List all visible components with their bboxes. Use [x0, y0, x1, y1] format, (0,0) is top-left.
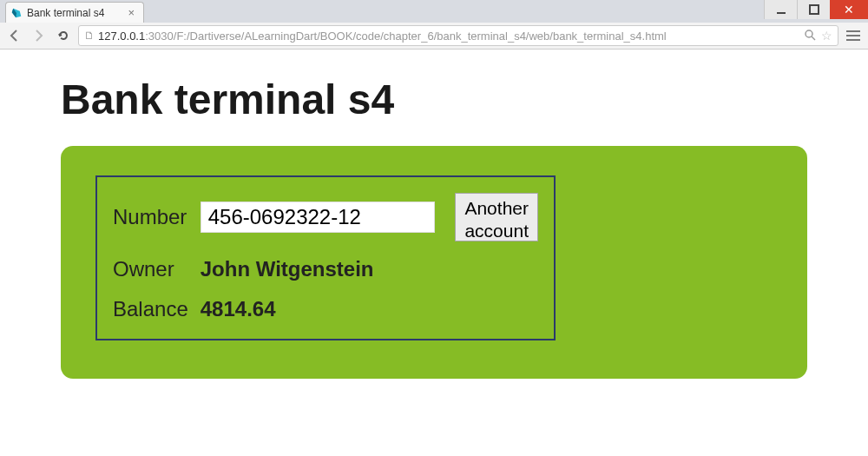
arrow-left-icon [8, 29, 22, 43]
bookmark-star-icon[interactable]: ☆ [821, 29, 832, 43]
address-bar: 🗋 127.0.0.1:3030/F:/Dartiverse/ALearning… [0, 23, 868, 49]
hamburger-menu-button[interactable] [844, 26, 863, 45]
window-close-button[interactable]: ✕ [830, 0, 868, 19]
svg-point-4 [806, 30, 812, 37]
url-text: 127.0.0.1:3030/F:/Dartiverse/ALearningDa… [98, 30, 800, 43]
page-icon: 🗋 [84, 30, 95, 42]
search-icon[interactable] [804, 29, 816, 43]
balance-label: Balance [113, 297, 188, 321]
window-maximize-button[interactable] [797, 0, 830, 19]
button-text-line2: account [464, 221, 529, 241]
page-content: Bank terminal s4 Number Another account … [0, 50, 868, 405]
svg-rect-2 [777, 12, 786, 14]
owner-value: John Witgenstein [201, 257, 538, 281]
page-title: Bank terminal s4 [61, 76, 807, 123]
tab-title: Bank terminal s4 [27, 7, 104, 19]
browser-tab[interactable]: Bank terminal s4 × [5, 2, 144, 23]
tab-bar: Bank terminal s4 × ✕ [0, 0, 868, 23]
back-button[interactable] [5, 26, 24, 45]
window-minimize-button[interactable] [764, 0, 797, 19]
reload-icon [56, 29, 70, 43]
forward-button[interactable] [30, 26, 49, 45]
arrow-right-icon [32, 29, 46, 43]
number-label: Number [113, 205, 188, 229]
balance-value: 4814.64 [201, 297, 538, 321]
button-text-line1: Another [464, 198, 529, 218]
window-controls: ✕ [764, 0, 868, 19]
svg-rect-3 [810, 5, 819, 14]
svg-line-5 [812, 36, 815, 40]
account-form: Number Another account Owner John Witgen… [95, 175, 556, 340]
owner-label: Owner [113, 257, 188, 281]
browser-chrome: Bank terminal s4 × ✕ 🗋 127.0.0.1:3030/F:… [0, 0, 868, 50]
account-panel: Number Another account Owner John Witgen… [61, 146, 807, 379]
tab-close-icon[interactable]: × [128, 7, 135, 18]
reload-button[interactable] [54, 26, 73, 45]
url-field[interactable]: 🗋 127.0.0.1:3030/F:/Dartiverse/ALearning… [78, 25, 838, 46]
dart-favicon-icon [11, 8, 22, 18]
account-number-input[interactable] [201, 202, 435, 233]
another-account-button[interactable]: Another account [455, 193, 538, 241]
